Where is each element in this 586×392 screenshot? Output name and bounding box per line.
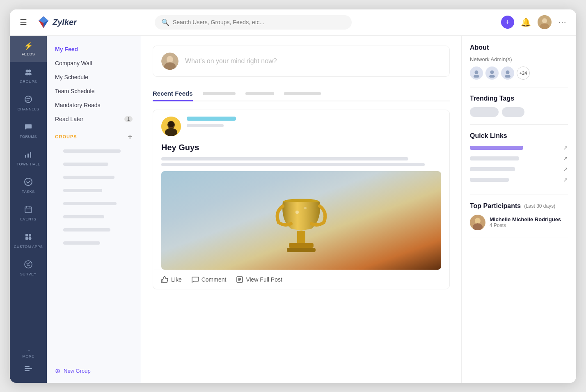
sidebar-bottom: ⋯ MORE xyxy=(10,344,47,383)
tag-1[interactable] xyxy=(470,107,499,117)
svg-rect-19 xyxy=(25,237,28,240)
sidebar-item-feeds[interactable]: ⚡ FEEDS xyxy=(10,36,47,62)
new-group-button[interactable]: ⊕ New Group xyxy=(47,362,141,380)
feed-tabs: Recent Feeds xyxy=(153,87,450,101)
more-button[interactable]: ⋯ MORE xyxy=(10,344,47,362)
tab-placeholder-2[interactable] xyxy=(245,89,274,99)
svg-point-5 xyxy=(28,69,31,72)
sidebar-item-groups[interactable]: GROUPS xyxy=(10,62,47,89)
sidebar-item-forums[interactable]: FORUMS xyxy=(10,117,47,144)
svg-point-34 xyxy=(168,121,174,127)
add-button[interactable]: + xyxy=(501,16,514,29)
post-content-skeleton-2 xyxy=(161,163,425,166)
quick-link-arrow-1[interactable]: ↗ xyxy=(563,144,568,151)
svg-point-7 xyxy=(27,73,32,75)
admin-avatar-3 xyxy=(501,66,514,80)
svg-rect-11 xyxy=(30,152,31,158)
customapps-icon xyxy=(24,233,32,243)
logo-area: Zylker xyxy=(37,16,77,29)
svg-point-40 xyxy=(295,211,299,214)
post-composer[interactable]: What's on your mind right now? xyxy=(153,46,450,77)
tasks-icon xyxy=(24,178,32,188)
quick-link-arrow-2[interactable]: ↗ xyxy=(563,155,568,162)
quick-link-arrow-3[interactable]: ↗ xyxy=(563,166,568,172)
admin-more-button[interactable]: +24 xyxy=(517,66,530,80)
top-participants-section: Top Participants (Last 30 days) Michelle… xyxy=(470,202,568,238)
quick-link-label-1 xyxy=(470,146,523,150)
sidebar-item-customapps[interactable]: CUSTOM APPS xyxy=(10,227,47,254)
trending-tags-section: Trending Tags xyxy=(470,95,568,125)
svg-point-8 xyxy=(25,96,32,103)
quick-link-label-2 xyxy=(470,156,519,160)
quick-link-1: ↗ xyxy=(470,144,568,151)
participant-name: Michelle Michelle Rodrigues xyxy=(490,216,561,222)
svg-rect-9 xyxy=(25,155,26,158)
townhall-icon xyxy=(24,150,32,160)
svg-point-48 xyxy=(490,70,494,74)
quick-links-title: Quick Links xyxy=(470,132,568,140)
feeds-icon: ⚡ xyxy=(24,41,33,50)
sidebar-item-survey[interactable]: SURVEY xyxy=(10,254,47,282)
like-button[interactable]: Like xyxy=(161,276,182,283)
svg-point-51 xyxy=(505,75,510,78)
nav-item-team-schedule[interactable]: Team Schedule xyxy=(47,84,141,98)
user-avatar[interactable] xyxy=(538,15,552,29)
svg-rect-39 xyxy=(287,248,316,252)
main-body: ⚡ FEEDS GROUPS CHANNELS FORUMS xyxy=(10,36,576,383)
group-skeleton-1 xyxy=(47,144,141,158)
view-full-post-button[interactable]: View Full Post xyxy=(236,276,282,283)
groups-icon xyxy=(24,68,32,78)
nav-item-company-wall[interactable]: Company Wall xyxy=(47,56,141,70)
sidebar-item-tasks[interactable]: TASKS xyxy=(10,172,47,199)
quick-link-arrow-4[interactable]: ↗ xyxy=(563,177,568,183)
svg-point-12 xyxy=(25,178,32,186)
tab-recent-feeds[interactable]: Recent Feeds xyxy=(153,87,193,101)
admin-avatar-1 xyxy=(470,66,483,80)
svg-rect-17 xyxy=(25,234,28,236)
forums-icon xyxy=(24,123,32,133)
post-author-avatar xyxy=(161,117,181,136)
nav-actions: + 🔔 ⋯ xyxy=(501,15,566,29)
sidebar-label-feeds: FEEDS xyxy=(22,52,35,56)
collapse-sidebar-button[interactable] xyxy=(23,362,34,376)
quick-link-label-3 xyxy=(470,167,515,171)
sidebar-item-events[interactable]: EVENTS xyxy=(10,199,47,227)
tab-placeholder-3[interactable] xyxy=(284,89,321,99)
tag-2[interactable] xyxy=(502,107,524,117)
comment-button[interactable]: Comment xyxy=(192,276,227,283)
svg-point-50 xyxy=(506,70,510,74)
quick-link-4: ↗ xyxy=(470,177,568,183)
bell-icon[interactable]: 🔔 xyxy=(521,17,531,27)
icon-sidebar: ⚡ FEEDS GROUPS CHANNELS FORUMS xyxy=(10,36,47,383)
sidebar-label-customapps: CUSTOM APPS xyxy=(14,245,43,249)
groups-section-header: GROUPS + xyxy=(47,126,141,144)
post-time-skeleton xyxy=(187,124,224,127)
participant-avatar xyxy=(470,215,485,230)
sidebar-item-townhall[interactable]: TOWN HALL xyxy=(10,144,47,172)
nav-item-mandatory-reads[interactable]: Mandatory Reads xyxy=(47,98,141,112)
logo-icon xyxy=(37,16,50,29)
grid-icon[interactable]: ⋯ xyxy=(558,17,566,27)
about-title: About xyxy=(470,44,568,51)
participant-posts: 4 Posts xyxy=(490,222,561,228)
composer-prompt: What's on your mind right now? xyxy=(185,57,441,65)
nav-item-my-schedule[interactable]: My Schedule xyxy=(47,70,141,84)
right-sidebar: About Network Admin(s) +24 xyxy=(461,36,576,383)
group-skeleton-4 xyxy=(47,184,141,197)
group-skeleton-8 xyxy=(47,236,141,250)
tab-placeholder-1[interactable] xyxy=(203,89,236,99)
svg-point-2 xyxy=(542,18,547,24)
add-group-button[interactable]: + xyxy=(128,133,133,141)
svg-point-47 xyxy=(474,75,479,78)
network-admins-label: Network Admin(s) xyxy=(470,56,568,62)
sidebar-label-survey: SURVEY xyxy=(20,272,37,276)
sidebar-item-channels[interactable]: CHANNELS xyxy=(10,89,47,117)
svg-point-46 xyxy=(475,70,478,74)
nav-item-read-later[interactable]: Read Later 1 xyxy=(47,112,141,126)
svg-point-41 xyxy=(304,207,307,209)
nav-item-my-feed[interactable]: My Feed xyxy=(47,42,141,56)
quick-link-3: ↗ xyxy=(470,166,568,172)
search-bar[interactable]: 🔍 xyxy=(155,15,352,30)
search-input[interactable] xyxy=(173,19,345,25)
hamburger-icon[interactable]: ☰ xyxy=(20,17,27,27)
